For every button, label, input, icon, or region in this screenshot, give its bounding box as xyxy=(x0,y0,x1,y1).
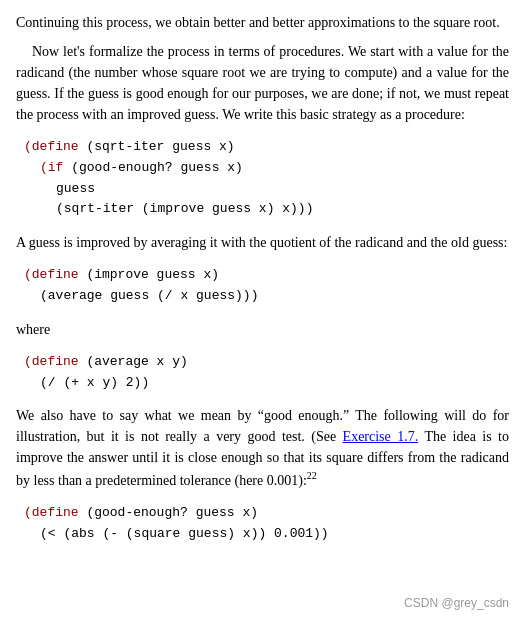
paragraph-3: A guess is improved by averaging it with… xyxy=(16,232,509,253)
paragraph-2: Now let's formalize the process in terms… xyxy=(16,41,509,125)
code-block-3: (define (average x y) (/ (+ x y) 2)) xyxy=(16,348,509,398)
watermark: CSDN @grey_csdn xyxy=(404,594,509,612)
page-content: Continuing this process, we obtain bette… xyxy=(16,12,509,549)
code-kw-if: (if xyxy=(40,160,63,175)
code-kw-define-1: (define xyxy=(24,139,79,154)
code-block-1: (define (sqrt-iter guess x) (if (good-en… xyxy=(16,133,509,224)
code-kw-define-3: (define xyxy=(24,354,79,369)
paragraph-3-text: A guess is improved by averaging it with… xyxy=(16,235,507,250)
paragraph-1: Continuing this process, we obtain bette… xyxy=(16,12,509,33)
where-text: where xyxy=(16,322,50,337)
footnote-ref: 22 xyxy=(307,470,317,481)
paragraph-4-where: where xyxy=(16,319,509,340)
code-block-4: (define (good-enough? guess x) (< (abs (… xyxy=(16,499,509,549)
code-kw-define-4: (define xyxy=(24,505,79,520)
paragraph-2-text: Now let's formalize the process in terms… xyxy=(16,44,509,122)
exercise-link[interactable]: Exercise 1.7. xyxy=(343,429,419,444)
code-kw-define-2: (define xyxy=(24,267,79,282)
code-block-2: (define (improve guess x) (average guess… xyxy=(16,261,509,311)
paragraph-5: We also have to say what we mean by “goo… xyxy=(16,405,509,491)
